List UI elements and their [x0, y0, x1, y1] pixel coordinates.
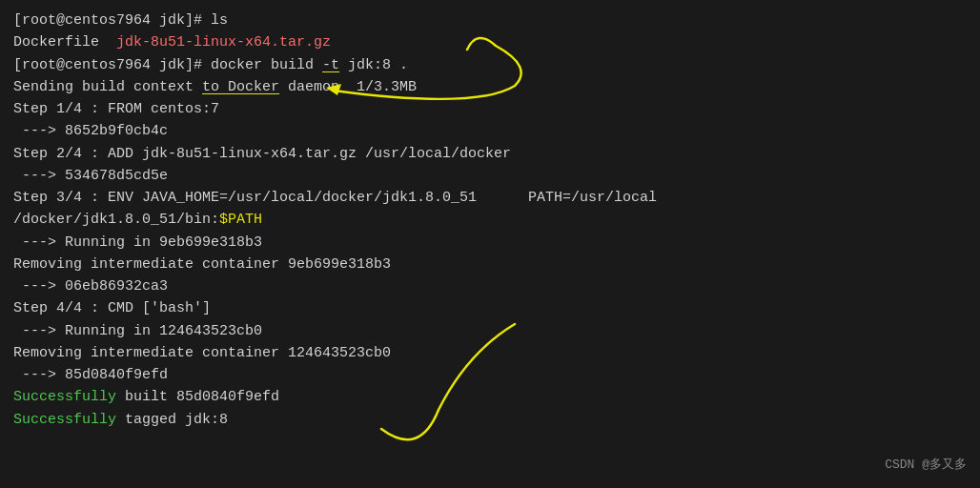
terminal-line-7: Step 2/4 : ADD jdk-8u51-linux-x64.tar.gz… [13, 143, 967, 165]
terminal-line-4: Sending build context to Docker daemon 1… [13, 76, 967, 98]
terminal-line-1: [root@centos7964 jdk]# ls [13, 10, 967, 31]
terminal-line-16: Removing intermediate container 12464352… [13, 342, 967, 364]
terminal-line-2: Dockerfile jdk-8u51-linux-x64.tar.gz [13, 31, 967, 53]
terminal-line-10: /docker/jdk1.8.0_51/bin:$PATH [13, 209, 967, 231]
terminal-line-6: ---> 8652b9f0cb4c [13, 120, 967, 142]
terminal-line-5: Step 1/4 : FROM centos:7 [13, 98, 967, 120]
terminal-window: [root@centos7964 jdk]# ls Dockerfile jdk… [0, 0, 980, 488]
terminal-line-18: Successfully built 85d0840f9efd [13, 386, 967, 408]
watermark: CSDN @多又多 [885, 456, 967, 475]
terminal-line-17: ---> 85d0840f9efd [13, 364, 967, 386]
terminal-line-14: Step 4/4 : CMD ['bash'] [13, 297, 967, 319]
terminal-line-9: Step 3/4 : ENV JAVA_HOME=/usr/local/dock… [13, 187, 967, 209]
terminal-line-3: [root@centos7964 jdk]# docker build -t j… [13, 54, 967, 76]
terminal-line-12: Removing intermediate container 9eb699e3… [13, 254, 967, 275]
terminal-line-8: ---> 534678d5cd5e [13, 165, 967, 187]
terminal-line-19: Successfully tagged jdk:8 [13, 409, 967, 431]
terminal-line-11: ---> Running in 9eb699e318b3 [13, 232, 967, 254]
terminal-line-15: ---> Running in 124643523cb0 [13, 320, 967, 342]
terminal-line-13: ---> 06eb86932ca3 [13, 275, 967, 297]
